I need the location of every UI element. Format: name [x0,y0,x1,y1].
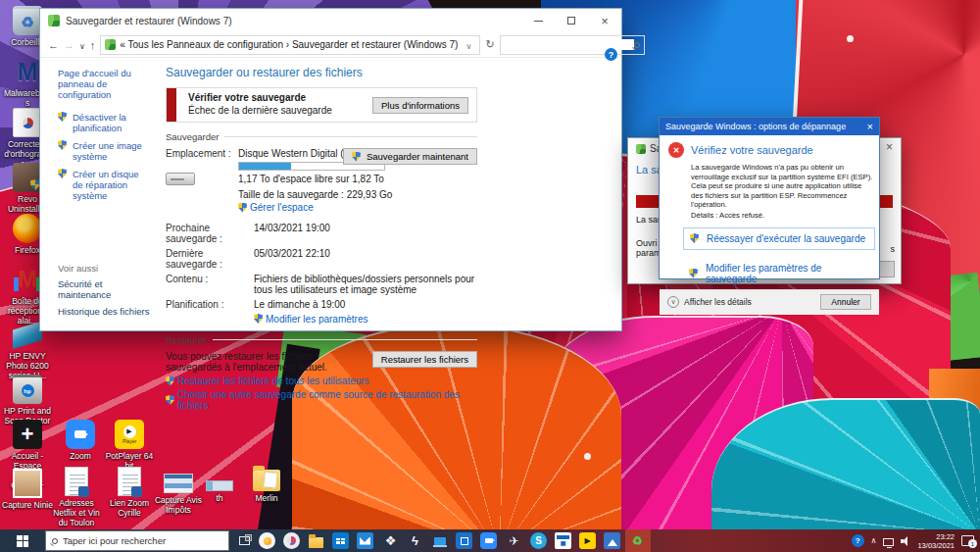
volume-icon[interactable] [901,536,910,546]
recycle-bin-icon: ♻ [13,6,42,35]
close-button[interactable] [588,9,621,32]
taskbar-icon-microsoft-store[interactable] [332,532,349,549]
system-tray: 23:22 13/03/2021 1 [852,529,980,552]
main-content: Sauvegarder ou restaurer des fichiers Vé… [156,58,621,330]
forward-button[interactable] [64,39,74,51]
taskbar-icon-weather[interactable] [259,532,275,549]
refresh-icon[interactable] [485,38,494,51]
taskbar-icon-file-explorer[interactable] [308,532,324,549]
restore-all-users-link[interactable]: Restaurer les fichiers de tous les utili… [166,376,477,386]
desktop-icon-merlin[interactable]: Merlin [241,465,292,503]
potplayer-icon: ▶Player [115,420,144,449]
address-dropdown-icon[interactable] [462,39,475,51]
back-button[interactable] [48,39,59,51]
taskbar-icon-potplayer[interactable]: ▶ [579,532,596,549]
tray-help-icon[interactable] [852,534,864,547]
up-button[interactable] [90,39,96,51]
spellchecker-icon [13,108,42,137]
malwarebytes-icon: M [13,57,42,86]
dialog-title-bar[interactable]: Sauvegarde Windows : options de dépannag… [660,118,879,135]
retry-backup-command[interactable]: Réessayer d'exécuter la sauvegarde [683,227,875,250]
manage-space-link[interactable]: Gérer l'espace [238,202,314,213]
chevron-down-icon[interactable] [667,296,679,308]
photo-icon [13,469,42,498]
taskbar-icon-remote-app[interactable] [431,532,448,549]
dialog-close-button[interactable]: × [867,121,873,132]
restore-files-button[interactable]: Restaurer les fichiers [372,351,477,368]
sidebar-item-file-history[interactable]: Historique des fichiers [58,306,150,317]
disk-usage-fill [239,163,291,170]
sidebar-item-disable-schedule[interactable]: Désactiver la planification [58,112,150,133]
choose-other-backup-link[interactable]: Choisir une autre sauvegarde comme sourc… [166,389,477,411]
taskbar-icon-dropbox[interactable] [382,532,399,549]
taskbar-search-input[interactable] [63,535,222,546]
notification-center-icon[interactable]: 1 [961,535,974,546]
taskbar-icon-blue-app[interactable] [456,532,472,549]
desktop-icon-lien-zoom-cyrille[interactable]: Lien Zoom Cyrille [104,467,155,518]
taskbar-icon-zoom[interactable] [480,532,497,549]
task-view-icon [239,536,250,545]
desktop-icon-hp-print-scan-doctor[interactable]: hp HP Print and Scan Doctor [2,375,53,426]
restore-section-header: Restaurer [166,334,477,345]
dialog-details-text: Détails : Accès refusé. [691,211,870,220]
troubleshoot-dialog: Sauvegarde Windows : options de dépannag… [659,117,880,279]
show-details-link[interactable]: Afficher les détails [684,297,752,307]
taskbar-icon-photos[interactable] [604,532,620,549]
taskbar-icon-calendar[interactable]: ▦ [555,532,571,549]
modify-settings-link[interactable]: Modifier les paramètres [254,314,368,325]
breadcrumb[interactable]: « Tous les Panneaux de configuration › S… [120,39,458,50]
sidebar-item-create-system-image[interactable]: Créer une image système [58,140,150,162]
taskbar-icon-plane-app[interactable] [506,532,522,549]
dialog-heading: Vérifiez votre sauvegarde [691,144,813,156]
taskbar-icon-flash-app[interactable] [407,532,423,549]
modify-backup-settings-command[interactable]: Modifier les paramètres de sauvegarde [683,258,875,289]
taskbar-icon-mail[interactable] [357,532,373,549]
task-view-button[interactable] [229,536,259,545]
taskbar-search[interactable] [45,530,229,551]
sidebar-item-create-repair-disc[interactable]: Créer un disque de réparation système [58,169,150,201]
backup-section-header: Sauvegarder [166,131,477,142]
taskbar-icon-app[interactable] [283,532,300,549]
uac-shield-icon [166,376,174,386]
zoom-camera-icon [66,420,95,449]
breadcrumb-current[interactable]: Sauvegarder et restaurer (Windows 7) [292,39,459,50]
history-dropdown[interactable] [79,39,85,51]
clock[interactable]: 23:22 13/03/2021 [917,532,955,550]
close-button[interactable]: × [886,140,893,154]
thumbnail-icon [206,480,233,491]
desktop-icon-potplayer[interactable]: ▶Player PotPlayer 64 bit [104,420,155,471]
help-button[interactable] [605,48,617,61]
uac-shield-icon [58,169,67,178]
desktop-icon-adresses-netflix[interactable]: Adresses Netflix et Vin du Toulon [51,467,102,527]
more-info-button[interactable]: Plus d'informations [372,97,468,114]
explorer-search[interactable] [500,35,645,55]
canal-plus-icon: + [13,420,42,449]
desktop-icon-zoom[interactable]: Zoom [55,420,106,461]
minimize-button[interactable] [521,9,555,32]
uac-shield-icon [352,152,361,162]
taskbar-icon-skype[interactable]: S [530,532,547,549]
backup-alert: Vérifier votre sauvegarde Échec de la de… [166,87,477,123]
windows-logo-icon [17,535,28,547]
error-icon [668,142,684,158]
taskbar-icon-backup-active[interactable] [629,532,646,549]
backup-now-button[interactable]: Sauvegarder maintenant [343,148,477,165]
network-icon[interactable] [883,538,894,546]
desktop-icon-th[interactable]: th [194,469,245,503]
sidebar-item-home[interactable]: Page d'accueil du panneau de configurati… [58,68,150,100]
address-bar[interactable]: « Tous les Panneaux de configuration › S… [100,35,480,55]
title-bar[interactable]: Sauvegarder et restaurer (Windows 7) [40,9,621,32]
navigation-toolbar: « Tous les Panneaux de configuration › S… [40,32,621,58]
next-backup-value: 14/03/2021 19:00 [254,223,477,244]
folder-icon [253,470,280,491]
tray-overflow-chevron-icon[interactable] [871,536,877,545]
umbrella-tip [847,35,854,42]
maximize-button[interactable] [555,9,588,32]
dialog-body-text: La sauvegarde Windows n'a pas pu obtenir… [691,163,875,210]
uac-shield-icon [689,269,698,278]
start-button[interactable] [0,529,45,552]
sidebar-item-security-maintenance[interactable]: Sécurité et maintenance [58,278,150,300]
breadcrumb-all-panels[interactable]: Tous les Panneaux de configuration [128,39,283,50]
cancel-button[interactable]: Annuler [820,294,871,310]
desktop-icon-capture-ninie[interactable]: Capture Ninie [2,469,53,510]
